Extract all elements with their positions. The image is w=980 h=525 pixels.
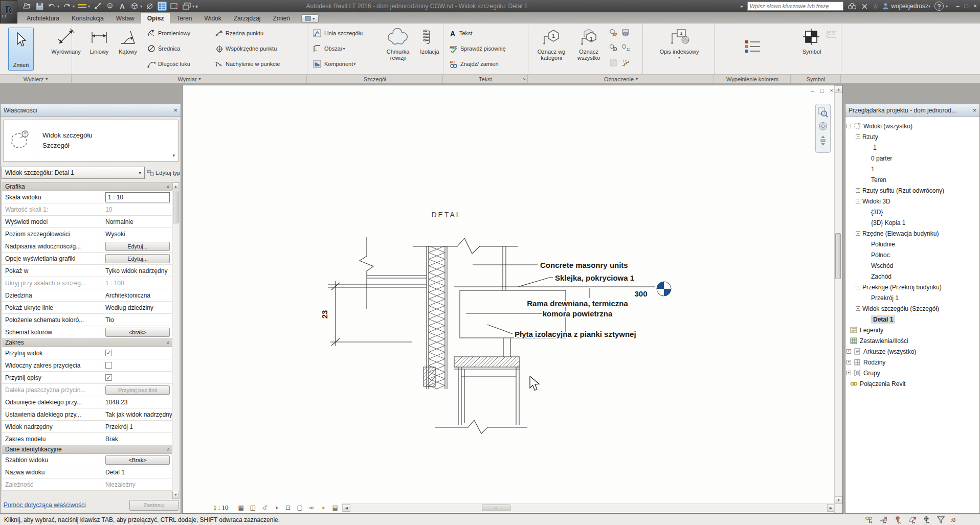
keynote-button[interactable]: 1 Opis indeksowy ▾: [651, 28, 708, 61]
filter-icon[interactable]: [937, 516, 946, 524]
tree-item-arkusze[interactable]: +Arkusze (wszystko): [847, 346, 979, 357]
masking-region-icon[interactable]: [827, 30, 836, 39]
panel-wypelnienie[interactable]: Wypełnienie kolorem: [715, 75, 791, 83]
browser-close-icon[interactable]: ×: [972, 106, 976, 114]
property-row-wyswietl-model[interactable]: Wyświetl modelNormalnie: [2, 216, 172, 228]
temporary-view-properties-icon[interactable]: ▤: [331, 504, 340, 512]
property-row-nazwa[interactable]: Nazwa widokuDetal 1: [2, 466, 172, 478]
ribbon-display-toggle[interactable]: ▾: [301, 14, 319, 22]
symbol-button[interactable]: Symbol: [794, 28, 830, 55]
tag-folder-icon[interactable]: [609, 28, 618, 37]
color-scheme-button[interactable]: <brak>: [105, 328, 170, 337]
properties-help-link[interactable]: Pomoc dotycząca właściwości: [4, 501, 86, 509]
expander[interactable]: −: [847, 124, 851, 128]
revision-cloud-button[interactable]: Chmurka rewizji: [378, 28, 417, 61]
default-3d-view-icon[interactable]: [130, 2, 139, 11]
scroll-down-icon[interactable]: ▼: [835, 496, 842, 504]
component-button[interactable]: Komponent▾: [313, 59, 355, 69]
tab-wstaw[interactable]: Wstaw: [110, 13, 141, 24]
section-collapse-icon[interactable]: »: [166, 185, 171, 188]
signed-in-user[interactable]: wojtekjedrosz▾: [882, 3, 930, 10]
tree-item-polnoc[interactable]: Północ: [847, 249, 979, 260]
visual-style-icon[interactable]: ◫: [249, 504, 257, 512]
minimize-button[interactable]: –: [956, 3, 960, 10]
tree-item-0-parter[interactable]: 0 parter: [847, 153, 979, 164]
tab-konstrukcja[interactable]: Konstrukcja: [65, 13, 110, 24]
linear-dimension-button[interactable]: Liniowy: [86, 28, 113, 55]
redo-dropdown[interactable]: ▾: [73, 4, 75, 9]
annotation-crop-checkbox[interactable]: ✓: [105, 374, 112, 381]
select-underlay-icon[interactable]: [879, 516, 888, 524]
expander[interactable]: +: [856, 188, 860, 193]
thin-lines-icon[interactable]: [158, 2, 167, 11]
tree-item-rzedne[interactable]: −Rzędne (Elewacja budynku): [847, 228, 979, 239]
tree-item-rodziny[interactable]: +Rodziny: [847, 357, 979, 368]
detail-line-button[interactable]: Linia szczegółu: [313, 29, 363, 38]
component-dropdown[interactable]: ▾: [353, 62, 355, 66]
vscroll-thumb[interactable]: [835, 233, 841, 279]
view-dropdown[interactable]: ▾: [140, 4, 142, 9]
annotation-frame-line1[interactable]: Rama drewniana, termiczna: [527, 299, 628, 308]
edit-overrides-button[interactable]: Edytuj...: [105, 242, 170, 251]
tree-item-3d[interactable]: {3D}: [847, 207, 979, 217]
browser-header[interactable]: Przeglądarka projektu - dom jednorod... …: [845, 104, 979, 117]
find-replace-button[interactable]: ACZnajdź/ zamień: [449, 59, 499, 69]
property-row-zakres-modelu[interactable]: Zakres modeluBrak: [2, 433, 172, 445]
drawing-area[interactable]: – □ ×: [182, 85, 843, 514]
section-collapse-icon[interactable]: »: [166, 448, 171, 451]
region-dropdown[interactable]: ▾: [343, 47, 345, 51]
tag-icon[interactable]: 1: [105, 2, 115, 11]
keynote-dropdown[interactable]: ▾: [678, 55, 680, 61]
select-pinned-icon[interactable]: [894, 516, 903, 524]
insulation-button[interactable]: Izolacja: [417, 28, 442, 55]
open-icon[interactable]: [23, 2, 32, 11]
type-selector-dropdown[interactable]: ▾: [172, 153, 175, 158]
modify-button[interactable]: Zmień: [8, 28, 34, 71]
tree-item-1[interactable]: 1: [847, 164, 979, 174]
shadows-icon[interactable]: ◑: [272, 504, 281, 512]
view-template-button[interactable]: <Brak>: [105, 455, 170, 465]
expander[interactable]: −: [856, 231, 860, 236]
edit-type-button[interactable]: Edytuj typ: [147, 167, 181, 179]
close-hidden-windows-icon[interactable]: [170, 2, 179, 11]
help-dropdown[interactable]: ▾: [946, 4, 948, 9]
property-row-dziedzina[interactable]: DziedzinaArchitektoniczna: [2, 289, 172, 302]
properties-header[interactable]: Właściwości ×: [1, 104, 181, 117]
annotation-plywood[interactable]: Sklejka, pokryciowa 1: [555, 273, 634, 282]
scroll-up-icon[interactable]: ▲: [835, 85, 842, 93]
drag-on-selection-icon[interactable]: [922, 516, 931, 524]
tab-zmien[interactable]: Zmień: [266, 13, 296, 24]
panel-symbol[interactable]: Symbol: [791, 75, 841, 83]
tree-item-legendy[interactable]: Legendy: [847, 325, 979, 335]
panel-tekst[interactable]: Tekst↘: [443, 75, 528, 83]
dimension-dropdown[interactable]: ▾: [88, 4, 90, 9]
switch-windows-dropdown[interactable]: ▾: [192, 4, 194, 9]
type-selector[interactable]: Widok szczegółu Szczegół ▾: [3, 120, 179, 162]
tree-item-zestawienia[interactable]: Zestawienia/Ilości: [847, 335, 979, 346]
text-icon[interactable]: A: [118, 2, 127, 11]
redo-icon[interactable]: [62, 2, 72, 11]
spell-check-button[interactable]: ABCSprawdź pisownię: [449, 44, 506, 53]
material-tag-icon[interactable]: [609, 58, 618, 67]
apply-button[interactable]: Zastosuj: [129, 500, 179, 511]
exchange-apps-icon[interactable]: [861, 3, 868, 10]
scroll-up-icon[interactable]: ▲: [172, 182, 179, 190]
reference-point-symbol[interactable]: [657, 282, 671, 296]
color-fill-legend-button[interactable]: [731, 37, 774, 58]
property-row-opcje-grafiki[interactable]: Opcje wyświetlania grafikiEdytuj...: [2, 253, 172, 265]
expander[interactable]: −: [856, 285, 860, 289]
properties-scrollbar[interactable]: ▲ ▼: [172, 182, 180, 499]
vertical-scrollbar[interactable]: ▲ ▼: [834, 85, 842, 513]
expander[interactable]: +: [847, 371, 851, 375]
property-row-schemat-kolorow[interactable]: Schemat kolorów<brak>: [2, 326, 172, 338]
tree-item-rzuty[interactable]: −Rzuty: [847, 131, 979, 142]
crop-view-icon[interactable]: ⊡: [284, 504, 293, 512]
tab-zarzadzaj[interactable]: Zarządzaj: [228, 13, 267, 24]
spot-slope-button[interactable]: Nachylenie w punkcie: [215, 59, 280, 69]
dimension-23[interactable]: 23: [320, 310, 329, 319]
tree-item-grupy[interactable]: +Grupy: [847, 368, 979, 378]
property-row-nadpisania[interactable]: Nadpisania widoczności/g...Edytuj...: [2, 240, 172, 253]
expander[interactable]: −: [856, 306, 860, 311]
section-collapse-icon[interactable]: »: [166, 341, 171, 344]
temporary-hide-isolate-icon[interactable]: ∞: [307, 504, 316, 512]
